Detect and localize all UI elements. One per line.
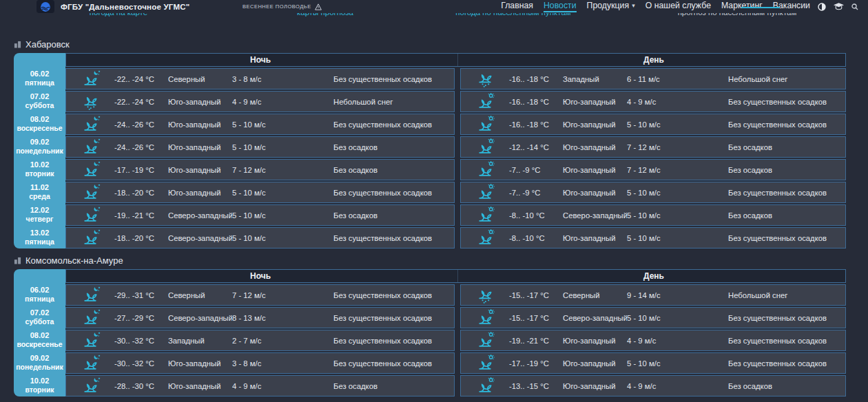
wind-speed: 4 - 9 м/с [627,337,728,345]
cloud-snow-icon [66,93,114,111]
temperature: -8.. -10 °C [509,234,563,242]
cloud-sun-icon [461,355,509,372]
wind-direction: Юго-западный [168,382,232,390]
wind-direction: Северный [563,291,627,299]
menu-item[interactable]: О нашей службе [645,1,711,12]
cloud-sun-icon [461,229,509,247]
forecast-row: -22.. -24 °C Северный 3 - 8 м/с Без суще… [65,68,846,89]
band-divider [457,54,458,66]
wind-speed: 5 - 10 м/с [627,359,728,368]
table-header-band: Ночь День [65,269,846,283]
temperature: -7.. -9 °C [509,166,563,174]
precipitation: Без существенных осадков [728,234,845,242]
cloud-moon-icon [66,332,114,350]
temperature: -19.. -21 °C [509,337,563,345]
date-cell: 13.02 пятница [14,226,65,248]
wind-speed: 7 - 12 м/с [232,166,333,174]
cloud-sun-icon [461,207,509,224]
precipitation: Без осадков [333,382,454,390]
wind-speed: 3 - 8 м/с [232,359,333,368]
date-cell: 08.02 воскресенье [14,112,65,135]
cloud-moon-icon [66,309,114,327]
date-cell: 11.02 среда [14,180,65,203]
wind-speed: 5 - 10 м/с [232,234,333,242]
precipitation: Без существенных осадков [333,189,454,197]
search-icon[interactable] [851,3,858,10]
night-half: -28.. -30 °C Юго-западный 4 - 9 м/с Без … [65,375,455,396]
wind-direction: Юго-западный [563,143,627,151]
city-name: Хабаровск [25,39,70,50]
graduation-cap-icon[interactable] [834,3,844,10]
day-half: -13.. -15 °C Юго-западный 4 - 9 м/с Без … [460,375,846,396]
day-half: -16.. -18 °C Юго-западный 5 - 10 м/с Без… [460,114,846,135]
temperature: -15.. -17 °C [509,291,563,299]
forecast-table: 06.02 пятница 07.02 суббота 08.02 воскре… [14,269,846,396]
wind-speed: 5 - 10 м/с [627,120,728,129]
city-title: Хабаровск [14,39,846,50]
weekday: вторник [25,385,54,394]
menu-item[interactable]: Новости [544,1,577,12]
menu-item[interactable]: Главная [501,1,533,12]
date: 06.02 [30,286,50,295]
wind-direction: Юго-западный [563,234,627,242]
night-half: -30.. -32 °C Юго-западный 3 - 8 м/с Без … [65,352,455,374]
temperature: -17.. -19 °C [114,166,168,174]
temperature: -16.. -18 °C [509,120,563,129]
temperature: -19.. -21 °C [114,211,168,220]
night-header: Ночь [250,54,271,66]
precipitation: Без осадков [333,166,454,174]
temperature: -30.. -32 °C [114,359,168,368]
cloud-sun-icon [461,116,509,134]
date: 09.02 [30,354,50,363]
cloud-sun-icon [461,309,509,327]
wind-speed: 9 - 14 м/с [627,291,728,299]
night-half: -22.. -24 °C Юго-западный 4 - 9 м/с Небо… [65,91,455,112]
date: 10.02 [30,377,50,385]
band-divider [457,270,458,282]
wind-direction: Северный [168,291,232,299]
precipitation: Без существенных осадков [728,120,845,129]
weekday: четверг [26,215,54,223]
wind-speed: 5 - 10 м/с [627,234,728,242]
wind-speed: 5 - 10 м/с [232,143,333,151]
day-half: -17.. -19 °C Юго-западный 5 - 10 м/с Без… [460,352,846,374]
precipitation: Без существенных осадков [728,189,845,197]
wind-direction: Юго-западный [563,120,627,129]
wind-direction: Юго-западный [168,98,232,106]
day-half: -15.. -17 °C Северо-западный 5 - 10 м/с … [460,307,846,328]
precipitation: Без осадков [333,211,454,220]
day-header: День [643,54,664,66]
logo[interactable] [37,0,54,13]
wind-direction: Юго-западный [168,143,232,151]
wind-direction: Юго-западный [563,189,627,197]
forecast-row: -18.. -20 °C Юго-западный 5 - 10 м/с Без… [65,182,846,203]
flood-notice-label: ВЕСЕННЕЕ ПОЛОВОДЬЕ [242,3,311,10]
cloud-snow-icon [461,70,509,88]
wind-speed: 4 - 9 м/с [232,382,333,390]
day-header: День [643,270,664,282]
precipitation: Небольшой снег [728,75,845,83]
temperature: -16.. -18 °C [509,75,563,83]
temperature: -13.. -15 °C [509,382,563,390]
temperature: -18.. -20 °C [114,189,168,197]
cloud-sun-icon [461,332,509,350]
temperature: -29.. -31 °C [114,291,168,299]
temperature: -24.. -26 °C [114,120,168,129]
contrast-icon[interactable] [818,3,826,11]
temperature: -24.. -26 °C [114,143,168,151]
flood-notice[interactable]: ВЕСЕННЕЕ ПОЛОВОДЬЕ [242,0,322,13]
menu-item[interactable]: Продукция▾ [587,1,635,12]
temperature: -28.. -30 °C [114,382,168,390]
cloud-moon-icon [66,184,114,202]
forecast-row: -27.. -29 °C Северо-западный 8 - 13 м/с … [65,307,846,328]
wind-speed: 4 - 9 м/с [627,382,728,390]
wind-direction: Западный [168,337,232,345]
wind-direction: Северо-западный [563,211,627,220]
temperature: -16.. -18 °C [509,98,563,106]
cloud-moon-icon [66,355,114,372]
sections: Хабаровск 06.02 пятница 07.02 суббота 08… [0,0,868,396]
wind-direction: Северо-западный [168,314,232,322]
precipitation: Без существенных осадков [333,234,454,242]
date: 08.02 [30,115,50,124]
date: 08.02 [30,331,50,340]
